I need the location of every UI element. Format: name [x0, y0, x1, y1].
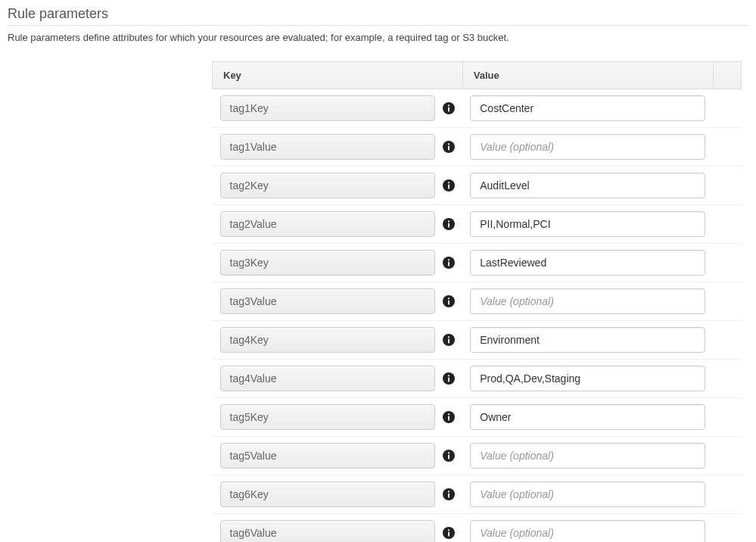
column-header-value: Value — [462, 62, 713, 89]
key-field: tag6Value — [220, 520, 436, 542]
blank-cell — [713, 398, 742, 437]
key-cell: tag6Value — [213, 514, 463, 543]
key-field-wrap: tag2Key — [220, 173, 456, 198]
blank-cell — [713, 475, 742, 514]
value-cell — [462, 321, 713, 360]
value-input[interactable] — [470, 288, 705, 314]
value-cell — [462, 437, 713, 475]
key-field-wrap: tag2Value — [220, 211, 456, 237]
key-cell: tag2Value — [213, 205, 463, 244]
key-field: tag2Value — [220, 211, 436, 237]
key-cell: tag3Key — [213, 244, 463, 282]
info-icon[interactable] — [443, 102, 455, 114]
value-input[interactable] — [470, 520, 705, 542]
info-icon[interactable] — [443, 141, 455, 153]
value-cell — [462, 475, 713, 514]
value-cell — [462, 244, 713, 282]
key-field: tag5Key — [220, 404, 436, 430]
key-field: tag3Key — [220, 250, 436, 276]
table-row: tag5Value — [213, 437, 742, 475]
table-row: tag6Key — [213, 475, 742, 514]
value-input[interactable] — [470, 134, 705, 160]
info-icon[interactable] — [443, 527, 455, 539]
key-field-wrap: tag3Key — [220, 250, 456, 276]
column-header-blank — [713, 62, 742, 89]
table-row: tag1Value — [213, 128, 742, 167]
value-input[interactable] — [470, 327, 705, 353]
blank-cell — [713, 244, 742, 282]
key-cell: tag6Key — [213, 475, 463, 514]
key-field: tag3Value — [220, 288, 436, 314]
key-cell: tag5Key — [213, 398, 463, 437]
key-field: tag1Value — [220, 134, 436, 160]
info-icon[interactable] — [443, 488, 455, 500]
key-field-wrap: tag5Value — [220, 443, 456, 469]
value-cell — [462, 398, 713, 437]
rule-parameters-table: Key Value tag1Keytag1Valuetag2Keytag2Val… — [212, 61, 742, 542]
table-row: tag3Key — [213, 244, 742, 282]
table-row: tag2Key — [213, 167, 742, 205]
table-row: tag5Key — [213, 398, 742, 437]
blank-cell — [713, 321, 742, 360]
key-field-wrap: tag6Key — [220, 481, 456, 507]
page-description: Rule parameters define attributes for wh… — [8, 32, 748, 43]
value-cell — [462, 514, 713, 543]
key-field-wrap: tag1Key — [220, 95, 456, 121]
key-cell: tag4Value — [213, 360, 463, 398]
key-field-wrap: tag1Value — [220, 134, 456, 160]
key-field: tag4Key — [220, 327, 436, 353]
info-icon[interactable] — [443, 450, 455, 462]
value-input[interactable] — [470, 211, 705, 237]
value-cell — [462, 167, 713, 205]
value-input[interactable] — [470, 443, 705, 469]
key-field: tag2Key — [220, 173, 436, 198]
key-cell: tag1Value — [213, 128, 463, 167]
value-cell — [462, 89, 713, 128]
value-input[interactable] — [470, 95, 705, 121]
table-row: tag1Key — [213, 89, 742, 128]
table-row: tag6Value — [213, 514, 742, 543]
table-row: tag2Value — [213, 205, 742, 244]
key-field-wrap: tag3Value — [220, 288, 456, 314]
key-field: tag6Key — [220, 481, 436, 507]
key-field-wrap: tag6Value — [220, 520, 456, 542]
key-cell: tag2Key — [213, 167, 463, 205]
info-icon[interactable] — [443, 372, 455, 385]
value-input[interactable] — [470, 173, 705, 198]
info-icon[interactable] — [443, 179, 455, 192]
page-title: Rule parameters — [8, 6, 748, 22]
value-cell — [462, 205, 713, 244]
key-cell: tag5Value — [213, 437, 463, 475]
table-row: tag3Value — [213, 282, 742, 321]
table-row: tag4Value — [213, 360, 742, 398]
blank-cell — [713, 167, 742, 205]
blank-cell — [713, 128, 742, 167]
divider — [8, 25, 748, 26]
blank-cell — [713, 514, 742, 543]
value-input[interactable] — [470, 250, 705, 276]
key-field: tag5Value — [220, 443, 436, 469]
info-icon[interactable] — [443, 411, 455, 423]
info-icon[interactable] — [443, 295, 455, 307]
blank-cell — [713, 205, 742, 244]
info-icon[interactable] — [443, 218, 455, 230]
value-input[interactable] — [470, 404, 705, 430]
key-field: tag1Key — [220, 95, 436, 121]
blank-cell — [713, 437, 742, 475]
key-field: tag4Value — [220, 366, 436, 391]
blank-cell — [713, 89, 742, 128]
rule-parameters-table-wrap: Key Value tag1Keytag1Valuetag2Keytag2Val… — [212, 61, 742, 542]
value-input[interactable] — [470, 481, 705, 507]
info-icon[interactable] — [443, 257, 455, 269]
blank-cell — [713, 360, 742, 398]
table-row: tag4Key — [213, 321, 742, 360]
value-input[interactable] — [470, 366, 705, 391]
value-cell — [462, 360, 713, 398]
key-cell: tag1Key — [213, 89, 463, 128]
column-header-key: Key — [213, 62, 463, 89]
info-icon[interactable] — [443, 334, 455, 346]
value-cell — [462, 282, 713, 321]
key-cell: tag4Key — [213, 321, 463, 360]
key-field-wrap: tag4Value — [220, 366, 456, 391]
blank-cell — [713, 282, 742, 321]
